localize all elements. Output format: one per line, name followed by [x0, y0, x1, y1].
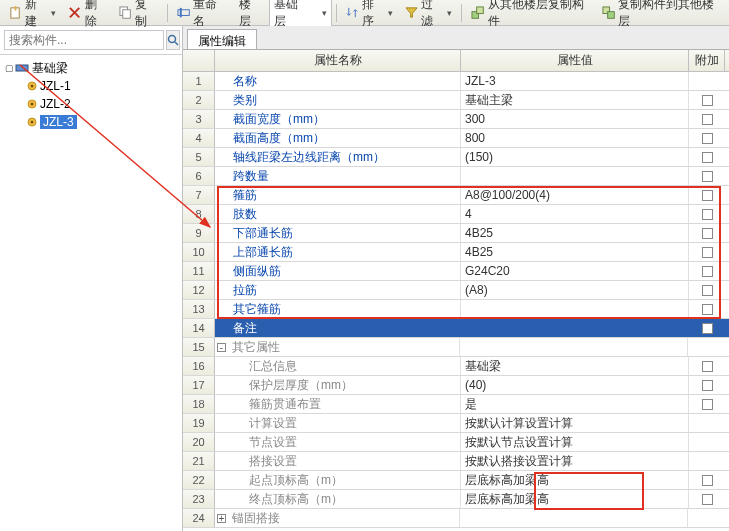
grid-row[interactable]: 21搭接设置按默认搭接设置计算: [183, 452, 729, 471]
property-value[interactable]: 4B25: [461, 243, 689, 261]
expand-toggle[interactable]: +: [217, 514, 226, 523]
attach-checkbox[interactable]: [702, 399, 713, 410]
attach-checkbox[interactable]: [702, 114, 713, 125]
attach-checkbox[interactable]: [702, 266, 713, 277]
grid-row[interactable]: 11侧面纵筋G24C20: [183, 262, 729, 281]
property-value[interactable]: (A8): [461, 281, 689, 299]
property-value[interactable]: [461, 300, 689, 318]
property-value[interactable]: [460, 338, 688, 356]
property-value[interactable]: [460, 509, 688, 527]
property-value[interactable]: [461, 167, 689, 185]
row-number: 7: [183, 186, 215, 204]
property-value[interactable]: 4B25: [461, 224, 689, 242]
property-name: 箍筋贯通布置: [229, 395, 461, 413]
right-panel: 属性编辑 属性名称 属性值 附加 1名称JZL-32类别基础主梁3截面宽度（mm…: [183, 26, 729, 531]
search-button[interactable]: [166, 30, 180, 50]
attach-checkbox[interactable]: [702, 228, 713, 239]
tree-root[interactable]: ▢ 基础梁: [0, 59, 182, 77]
grid-row[interactable]: 5轴线距梁左边线距离（mm）(150): [183, 148, 729, 167]
grid-row[interactable]: 15-其它属性: [183, 338, 729, 357]
attach-checkbox[interactable]: [702, 247, 713, 258]
grid-row[interactable]: 13其它箍筋: [183, 300, 729, 319]
property-name: 搭接设置: [229, 452, 461, 470]
attach-checkbox[interactable]: [702, 171, 713, 182]
grid-row[interactable]: 22起点顶标高（m）层底标高加梁高: [183, 471, 729, 490]
grid-row[interactable]: 3截面宽度（mm）300: [183, 110, 729, 129]
attach-cell: [689, 494, 725, 505]
attach-checkbox[interactable]: [702, 475, 713, 486]
grid-row[interactable]: 7箍筋A8@100/200(4): [183, 186, 729, 205]
search-input[interactable]: [4, 30, 164, 50]
expand-icon[interactable]: ▢: [4, 63, 14, 73]
attach-checkbox[interactable]: [702, 209, 713, 220]
property-value[interactable]: 基础梁: [461, 357, 689, 375]
grid-row[interactable]: 4截面高度（mm）800: [183, 129, 729, 148]
rename-icon: [177, 6, 190, 20]
svg-rect-11: [607, 11, 614, 18]
property-value[interactable]: 按默认节点设置计算: [461, 433, 689, 451]
expand-toggle[interactable]: -: [217, 343, 226, 352]
search-row: [0, 26, 182, 55]
tree-item-label: JZL-1: [40, 79, 71, 93]
grid-row[interactable]: 20节点设置按默认节点设置计算: [183, 433, 729, 452]
property-value[interactable]: 基础主梁: [461, 91, 689, 109]
property-name: 拉筋: [229, 281, 461, 299]
grid-row[interactable]: 1名称JZL-3: [183, 72, 729, 91]
attach-checkbox[interactable]: [702, 380, 713, 391]
attach-checkbox[interactable]: [702, 152, 713, 163]
attach-checkbox[interactable]: [702, 323, 713, 334]
attach-checkbox[interactable]: [702, 95, 713, 106]
property-value[interactable]: G24C20: [461, 262, 689, 280]
grid-row[interactable]: 6跨数量: [183, 167, 729, 186]
attach-checkbox[interactable]: [702, 190, 713, 201]
grid-body[interactable]: 1名称JZL-32类别基础主梁3截面宽度（mm）3004截面高度（mm）8005…: [183, 72, 729, 531]
property-value[interactable]: 800: [461, 129, 689, 147]
tree-item[interactable]: JZL-2: [0, 95, 182, 113]
grid-row[interactable]: 23终点顶标高（m）层底标高加梁高: [183, 490, 729, 509]
grid-row[interactable]: 14备注: [183, 319, 729, 338]
copy-to-icon: [602, 6, 615, 20]
grid-row[interactable]: 9下部通长筋4B25: [183, 224, 729, 243]
attach-checkbox[interactable]: [702, 133, 713, 144]
property-value[interactable]: (40): [461, 376, 689, 394]
grid-row[interactable]: 12拉筋(A8): [183, 281, 729, 300]
grid-row[interactable]: 19计算设置按默认计算设置计算: [183, 414, 729, 433]
grid-row[interactable]: 10上部通长筋4B25: [183, 243, 729, 262]
property-value[interactable]: 层底标高加梁高: [461, 490, 689, 508]
tree-item[interactable]: JZL-1: [0, 77, 182, 95]
attach-checkbox[interactable]: [702, 304, 713, 315]
grid-row[interactable]: 2类别基础主梁: [183, 91, 729, 110]
grid-row[interactable]: 17保护层厚度（mm）(40): [183, 376, 729, 395]
tree-root-label: 基础梁: [32, 60, 68, 77]
property-value[interactable]: A8@100/200(4): [461, 186, 689, 204]
property-value[interactable]: 是: [461, 395, 689, 413]
attach-cell: [689, 171, 725, 182]
property-name: 计算设置: [229, 414, 461, 432]
dropdown-icon: ▾: [51, 8, 56, 18]
grid-row[interactable]: 18箍筋贯通布置是: [183, 395, 729, 414]
component-tree: ▢ 基础梁 JZL-1JZL-2JZL-3: [0, 55, 182, 135]
attach-checkbox[interactable]: [702, 361, 713, 372]
grid-row[interactable]: 16汇总信息基础梁: [183, 357, 729, 376]
row-number: 5: [183, 148, 215, 166]
property-value[interactable]: 按默认计算设置计算: [461, 414, 689, 432]
attach-checkbox[interactable]: [702, 285, 713, 296]
row-number: 10: [183, 243, 215, 261]
tree-item[interactable]: JZL-3: [0, 113, 182, 131]
attach-cell: [689, 323, 725, 334]
property-value[interactable]: (150): [461, 148, 689, 166]
tab-property-edit[interactable]: 属性编辑: [187, 29, 257, 49]
property-value[interactable]: 按默认搭接设置计算: [461, 452, 689, 470]
property-value[interactable]: 层底标高加梁高: [461, 471, 689, 489]
property-value[interactable]: [461, 319, 689, 337]
attach-cell: [689, 190, 725, 201]
property-value[interactable]: JZL-3: [461, 72, 689, 90]
attach-checkbox[interactable]: [702, 494, 713, 505]
property-value[interactable]: 4: [461, 205, 689, 223]
property-name: 侧面纵筋: [229, 262, 461, 280]
tree-item-label: JZL-2: [40, 97, 71, 111]
grid-row[interactable]: 8肢数4: [183, 205, 729, 224]
svg-rect-9: [477, 6, 484, 13]
property-value[interactable]: 300: [461, 110, 689, 128]
grid-row[interactable]: 24+锚固搭接: [183, 509, 729, 528]
